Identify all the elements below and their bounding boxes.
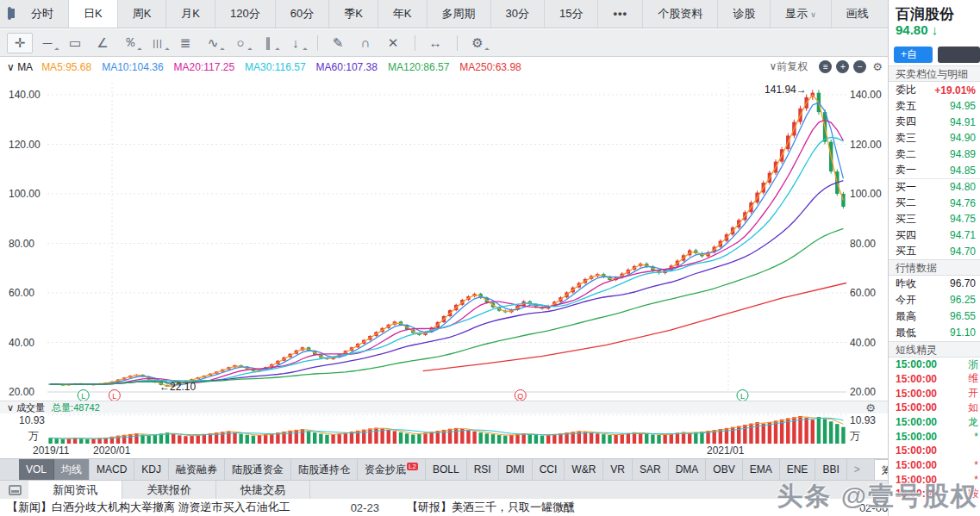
add-watchlist-button[interactable]: +自选: [894, 47, 933, 63]
tab-15分[interactable]: 15分: [545, 0, 598, 28]
indicator-tab-KDJ[interactable]: KDJ: [134, 459, 169, 480]
indicator-tab-VR[interactable]: VR: [603, 459, 633, 480]
main-chart[interactable]: 141.94→←22.10LLQL: [47, 76, 846, 401]
settings-tool-icon[interactable]: ⚙: [465, 33, 490, 53]
display-menu[interactable]: 显示∨: [771, 0, 832, 28]
indicator-tab-BOLL[interactable]: BOLL: [426, 459, 467, 480]
alert-row[interactable]: 15:00:00开: [889, 386, 980, 401]
indicator-tab-OBV[interactable]: OBV: [706, 459, 742, 480]
tab-多周期[interactable]: 多周期: [428, 0, 491, 28]
volume-axis-max-right: 10.93: [850, 414, 876, 426]
alert-row[interactable]: 15:00:00鞍: [889, 487, 980, 501]
ma-value-ma5: MA5:95.68: [41, 61, 91, 73]
volume-settings-icon[interactable]: ⚙: [865, 401, 876, 414]
price-tick-right: 60.00: [850, 287, 876, 299]
indicator-tab-资金抄底[interactable]: 资金抄底L2: [358, 459, 426, 480]
indicator-tab-均线[interactable]: 均线: [54, 459, 90, 480]
trade-button-partial[interactable]: [938, 47, 980, 63]
alert-time: 15:00:00: [896, 401, 937, 413]
volume-bar: [515, 434, 519, 444]
tab-日K[interactable]: 日K: [69, 0, 118, 28]
indicator-tab-陆股通资金[interactable]: 陆股通资金: [225, 459, 291, 480]
price-tick-right: 80.00: [850, 238, 876, 250]
tab-30分[interactable]: 30分: [491, 0, 545, 28]
alert-row[interactable]: 15:00:00*: [889, 429, 980, 444]
news-tab-关联报价[interactable]: 关联报价: [122, 481, 216, 499]
gann-fan-tool-icon[interactable]: ∠: [90, 33, 115, 53]
volume-bar: [405, 433, 409, 444]
indicator-tab-EMA[interactable]: EMA: [743, 459, 780, 480]
tab-年K[interactable]: 年K: [378, 0, 428, 28]
tab-诊股[interactable]: 诊股: [718, 0, 771, 28]
news-tab-快捷交易[interactable]: 快捷交易: [216, 481, 310, 499]
price-tick-right: 100.00: [850, 188, 882, 200]
tab-个股资料[interactable]: 个股资料: [643, 0, 718, 28]
chart-settings-icon[interactable]: ⚙: [872, 60, 883, 73]
restore-icon[interactable]: ≡: [819, 60, 832, 73]
alert-row[interactable]: 15:00:00浙: [889, 357, 980, 372]
ma-indicator-bar: ∨ MA MA5:95.68MA10:104.36MA20:117.25MA30…: [0, 58, 888, 76]
alert-row[interactable]: 15:00:00如: [889, 401, 980, 415]
orderbook-row: 买五94.70: [889, 243, 980, 259]
indicator-tab-BBI[interactable]: BBI: [815, 459, 846, 480]
pivot-tool-icon[interactable]: ％: [117, 33, 143, 53]
indicator-tab-DMI[interactable]: DMI: [499, 459, 533, 480]
tab-分时[interactable]: 分时: [16, 0, 69, 28]
ticker-item[interactable]: 【新闻】白酒分歧大机构大举撤离 游资逆市买入石油化工 02-23: [7, 500, 395, 515]
volume-bar: [417, 434, 421, 444]
tab-60分[interactable]: 60分: [276, 0, 329, 28]
alert-row[interactable]: 15:00:00维: [889, 372, 980, 387]
parallel-lines-tool-icon[interactable]: |||: [145, 33, 171, 53]
delete-tool-icon[interactable]: ✕: [380, 33, 406, 53]
regression-tool-icon[interactable]: ∥: [255, 33, 281, 53]
expand-tool-icon[interactable]: ↔: [422, 33, 448, 53]
news-tabbar: 新闻资讯关联报价快捷交易: [0, 480, 888, 499]
orderbook-label: 买三: [896, 212, 916, 227]
trendline-tool-icon[interactable]: ─: [34, 33, 60, 53]
gann-grid-tool-icon[interactable]: ≣: [172, 33, 198, 53]
zoom-in-icon[interactable]: +: [836, 60, 849, 73]
alert-row[interactable]: 15:00:00*: [889, 472, 980, 487]
indicator-tab-融资融券[interactable]: 融资融券: [169, 459, 225, 480]
indicator-tab-SAR[interactable]: SAR: [633, 459, 669, 480]
tab-120分[interactable]: 120分: [215, 0, 276, 28]
ticker-item[interactable]: 【研报】美酒三千，只取一罐微醺 02-06: [407, 500, 888, 515]
indicator-tab-ENE[interactable]: ENE: [780, 459, 816, 480]
move-tool-icon[interactable]: ✛: [7, 33, 33, 53]
tab-月K[interactable]: 月K: [166, 0, 215, 28]
left-panel-toggle-icon[interactable]: [8, 7, 11, 20]
indicator-tab-RSI[interactable]: RSI: [467, 459, 499, 480]
wave-tool-icon[interactable]: ∿: [200, 33, 226, 53]
ma-collapse-toggle[interactable]: ∨ MA: [7, 61, 33, 73]
indicator-tab-CCI[interactable]: CCI: [533, 459, 565, 480]
indicator-tab-VOL[interactable]: VOL: [19, 459, 54, 480]
volume-bar: [472, 432, 476, 444]
magnet-tool-icon[interactable]: ∩: [353, 33, 378, 53]
volume-chart[interactable]: [47, 414, 846, 444]
indicator-tab-DMA[interactable]: DMA: [669, 459, 707, 480]
period-tabbar: 分时日K周K月K120分60分季K年K多周期30分15分•••个股资料诊股 显示…: [0, 0, 888, 28]
volume-bar: [479, 432, 483, 444]
alert-row[interactable]: 15:00:00龙: [889, 415, 980, 430]
tab-•••[interactable]: •••: [598, 0, 643, 28]
news-tab-新闻资讯[interactable]: 新闻资讯: [28, 481, 122, 499]
indicator-tabs-more[interactable]: >: [847, 459, 867, 480]
bottom-panel-toggle-icon[interactable]: [9, 485, 22, 495]
volume-bar: [841, 427, 845, 444]
indicator-tab-MACD[interactable]: MACD: [90, 459, 134, 480]
circle-tool-icon[interactable]: ○: [228, 33, 253, 53]
volume-bar: [804, 418, 808, 444]
zoom-out-icon[interactable]: −: [853, 60, 866, 73]
rect-tool-icon[interactable]: ▭: [62, 33, 88, 53]
alert-row[interactable]: 15:00:00*: [889, 458, 980, 473]
tab-周K[interactable]: 周K: [118, 0, 167, 28]
alert-row[interactable]: 15:00:00: [889, 444, 980, 458]
tab-季K[interactable]: 季K: [329, 0, 378, 28]
indicator-tab-W&R[interactable]: W&R: [565, 459, 603, 480]
pencil-tool-icon[interactable]: ✎: [325, 33, 351, 53]
adjust-mode-dropdown[interactable]: ∨前复权: [770, 59, 808, 74]
indicator-tab-陆股通持仓[interactable]: 陆股通持仓: [291, 459, 358, 480]
arrow-tool-icon[interactable]: ↓: [283, 33, 309, 53]
draw-line-button[interactable]: 画线: [832, 0, 883, 28]
volume-collapse-toggle[interactable]: ∨ 成交量: [7, 401, 45, 414]
